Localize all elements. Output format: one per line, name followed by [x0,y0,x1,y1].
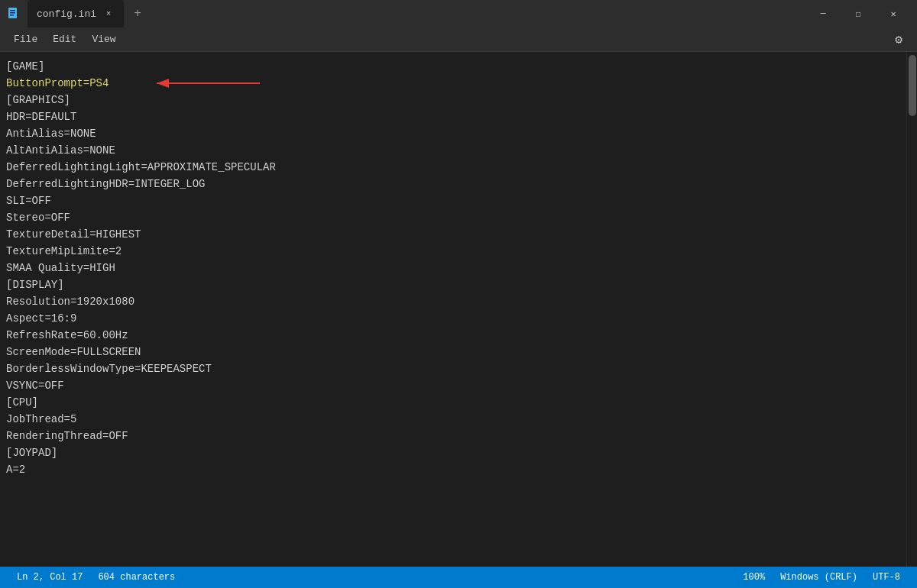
editor-line: Stereo=OFF [6,209,906,226]
app-icon [6,6,21,21]
editor-line: RenderingThread=OFF [6,428,906,444]
menu-bar: File Edit View ⚙ [0,27,917,52]
tab-config-ini[interactable]: config.ini × [28,0,124,27]
close-button[interactable]: ✕ [876,0,911,27]
title-bar: config.ini × + — ☐ ✕ [0,0,917,27]
maximize-button[interactable]: ☐ [841,0,876,27]
editor-line: [DISPLAY] [6,276,906,293]
status-zoom[interactable]: 100% [735,567,773,588]
editor-line: JobThread=5 [6,411,906,428]
editor-line: Aspect=16:9 [6,310,906,327]
editor-line: RefreshRate=60.00Hz [6,327,906,344]
status-line-ending[interactable]: Windows (CRLF) [773,567,865,588]
menu-view[interactable]: View [84,31,123,48]
editor-line: TextureMipLimite=2 [6,243,906,260]
menu-file[interactable]: File [6,31,45,48]
settings-icon[interactable]: ⚙ [886,27,911,52]
editor-line: TextureDetail=HIGHEST [6,226,906,243]
editor-line: VSYNC=OFF [6,377,906,394]
editor-line: ButtonPrompt=PS4 [6,75,906,92]
status-bar: Ln 2, Col 17 604 characters 100% Windows… [0,567,917,588]
editor-line: A=2 [6,461,906,478]
editor-line: DeferredLightingLight=APPROXIMATE_SPECUL… [6,159,906,176]
editor-content[interactable]: [GAME]ButtonPrompt=PS4[GRAPHICS]HDR=DEFA… [0,52,906,567]
svg-rect-3 [10,15,14,16]
scrollbar-thumb[interactable] [909,55,916,116]
minimize-button[interactable]: — [805,0,841,27]
status-position[interactable]: Ln 2, Col 17 [9,567,90,588]
editor-line: AntiAlias=NONE [6,125,906,142]
editor-line: SMAA Quality=HIGH [6,260,906,276]
editor-line: DeferredLightingHDR=INTEGER_LOG [6,176,906,192]
editor-line: [JOYPAD] [6,444,906,461]
scrollbar[interactable] [906,52,917,567]
editor-line: BorderlessWindowType=KEEPEASPECT [6,360,906,377]
status-encoding[interactable]: UTF-8 [865,567,908,588]
status-characters[interactable]: 604 characters [90,567,183,588]
editor-line: AltAntiAlias=NONE [6,142,906,159]
editor-line: [CPU] [6,394,906,411]
editor-line: ScreenMode=FULLSCREEN [6,344,906,360]
svg-rect-1 [10,10,15,11]
editor-line: Resolution=1920x1080 [6,293,906,310]
svg-rect-2 [10,12,15,14]
tab-close-button[interactable]: × [102,8,115,20]
editor-line: SLI=OFF [6,192,906,209]
editor-line: [GAME] [6,58,906,75]
tab-label: config.ini [37,8,96,20]
window-controls: — ☐ ✕ [805,0,911,27]
editor-container: [GAME]ButtonPrompt=PS4[GRAPHICS]HDR=DEFA… [0,52,917,567]
editor-line: HDR=DEFAULT [6,108,906,125]
editor-line: [GRAPHICS] [6,92,906,108]
menu-edit[interactable]: Edit [45,31,84,48]
new-tab-button[interactable]: + [127,3,148,24]
